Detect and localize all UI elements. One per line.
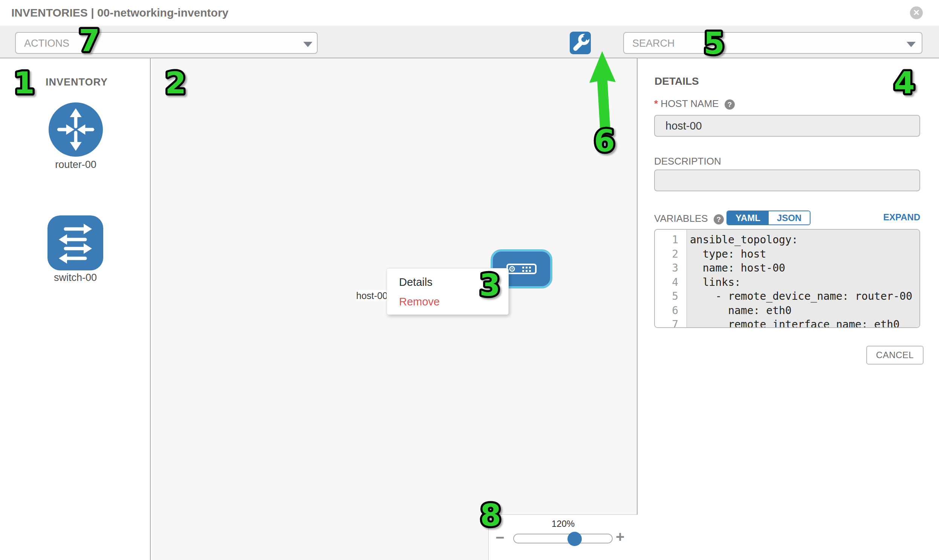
code-line: 5 - remote_device_name: router-00 bbox=[655, 289, 919, 303]
toggle-yaml-button[interactable]: YAML bbox=[727, 211, 769, 225]
palette-item-label: router-00 bbox=[48, 159, 103, 171]
actions-dropdown-placeholder: ACTIONS bbox=[24, 38, 69, 49]
context-menu-item-remove[interactable]: Remove bbox=[399, 295, 440, 308]
palette-item-switch[interactable]: switch-00 bbox=[48, 215, 103, 283]
inventory-sidebar: INVENTORY router-00 bbox=[0, 58, 151, 560]
palette-item-router[interactable]: router-00 bbox=[48, 102, 103, 171]
wrench-icon bbox=[570, 32, 591, 54]
details-panel: DETAILS * HOST NAME ? DESCRIPTION VARIAB… bbox=[638, 58, 939, 560]
variables-label: VARIABLES bbox=[654, 213, 708, 224]
toolbar: ACTIONS SEARCH bbox=[0, 27, 939, 58]
page-title: INVENTORIES | 00-networking-inventory bbox=[11, 6, 228, 19]
chevron-down-icon bbox=[907, 42, 916, 47]
zoom-slider-thumb[interactable] bbox=[567, 532, 582, 546]
host-icon bbox=[506, 264, 537, 274]
description-label: DESCRIPTION bbox=[654, 155, 721, 167]
actions-dropdown[interactable]: ACTIONS bbox=[15, 32, 318, 54]
switch-icon bbox=[48, 215, 103, 271]
code-line: 7 remote_interface_name: eth0 bbox=[655, 317, 919, 328]
zoom-control-panel: 120% − + bbox=[488, 514, 638, 560]
help-icon[interactable]: ? bbox=[725, 99, 735, 109]
context-menu-item-details[interactable]: Details bbox=[399, 276, 433, 288]
node-context-menu: Details Remove bbox=[387, 268, 509, 315]
variables-code-editor[interactable]: 1ansible_topology: 2 type: host 3 name: … bbox=[654, 229, 920, 328]
toggle-json-button[interactable]: JSON bbox=[769, 211, 810, 225]
code-line: 1ansible_topology: bbox=[655, 233, 919, 247]
code-rows: 1ansible_topology: 2 type: host 3 name: … bbox=[655, 233, 919, 328]
zoom-out-button[interactable]: − bbox=[495, 529, 504, 546]
description-field[interactable] bbox=[654, 169, 920, 191]
zoom-level-readout: 120% bbox=[489, 518, 638, 529]
header-bar: INVENTORIES | 00-networking-inventory ✕ bbox=[0, 0, 939, 26]
topology-canvas[interactable]: host-00 Details Remove 120% − + bbox=[151, 58, 638, 560]
variables-format-toggle: YAML JSON bbox=[726, 211, 811, 225]
host-name-field[interactable] bbox=[654, 115, 920, 137]
zoom-slider-track[interactable] bbox=[513, 534, 613, 543]
zoom-in-button[interactable]: + bbox=[616, 528, 624, 545]
host-node-label: host-00 bbox=[356, 290, 388, 301]
expand-link[interactable]: EXPAND bbox=[883, 212, 920, 223]
required-asterisk: * bbox=[654, 98, 658, 109]
details-panel-title: DETAILS bbox=[655, 75, 699, 88]
variables-label-row: VARIABLES ? bbox=[654, 213, 724, 225]
chevron-down-icon bbox=[303, 42, 312, 47]
code-line: 6 name: eth0 bbox=[655, 303, 919, 318]
search-input-placeholder: SEARCH bbox=[632, 38, 675, 49]
host-name-label-row: * HOST NAME ? bbox=[654, 98, 735, 109]
inventory-topology-app: INVENTORIES | 00-networking-inventory ✕ … bbox=[0, 0, 939, 560]
router-icon bbox=[48, 102, 103, 157]
code-line: 4 links: bbox=[655, 275, 919, 289]
host-name-label: HOST NAME bbox=[660, 98, 719, 109]
search-dropdown[interactable]: SEARCH bbox=[623, 32, 922, 54]
code-line: 3 name: host-00 bbox=[655, 261, 919, 275]
cancel-button[interactable]: CANCEL bbox=[866, 346, 924, 365]
sidebar-title: INVENTORY bbox=[46, 77, 108, 88]
close-icon[interactable]: ✕ bbox=[910, 6, 923, 19]
palette-item-label: switch-00 bbox=[48, 272, 103, 283]
code-line: 2 type: host bbox=[655, 247, 919, 262]
help-icon[interactable]: ? bbox=[714, 214, 724, 225]
toolbox-button[interactable] bbox=[570, 32, 591, 54]
